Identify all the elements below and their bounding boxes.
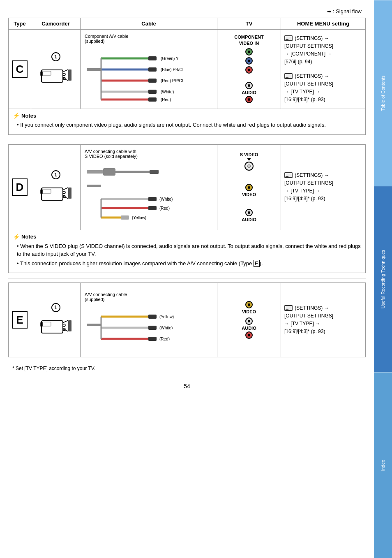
header-tv: TV [217,18,281,29]
svg-line-3 [63,69,68,72]
menu-cell-d: (SETTINGS) →[OUTPUT SETTINGS]→ [TV TYPE]… [281,145,365,230]
signal-flow-header: ➡ : Signal flow [8,8,366,14]
signal-flow-label: : Signal flow [333,8,362,14]
svg-rect-39 [148,197,157,201]
svg-rect-8 [87,68,101,71]
svg-rect-58 [148,315,157,319]
sidebar-tab-recording[interactable]: Useful Recording Techniques [374,186,392,372]
cable-diagram-c: (Green) Y (Blue) PB/CB (Red) PR/CR (Whit… [85,47,183,104]
notes-title-d: ⚡ Notes [13,234,361,240]
svg-rect-61 [148,326,157,330]
svg-text:(Red) PR/CR: (Red) PR/CR [161,79,183,83]
section-d: D 1 A/V connecting cable withS VIDEO [8,144,366,273]
menu-text-d1: (SETTINGS) →[OUTPUT SETTINGS]→ [TV TYPE]… [284,171,333,203]
type-cell-d: D [9,145,31,230]
svg-rect-48 [42,321,63,333]
header-cable: Cable [81,18,217,29]
menu-text-e1: (SETTINGS) →[OUTPUT SETTINGS]→ [TV TYPE]… [284,304,333,336]
section-c-body: C 1 Component [9,30,365,109]
cable-name-d: A/V connecting cable withS VIDEO (sold s… [85,149,138,159]
footer-note: * Set [TV TYPE] according to your TV. [8,362,366,375]
svg-rect-49 [43,322,51,326]
type-cell-c: C [9,30,31,109]
notes-list-c: If you connect only component video plug… [13,121,361,129]
svg-text:(Yellow): (Yellow) [132,215,146,220]
svg-rect-16 [148,79,157,83]
footer-note-text: * Set [TV TYPE] according to your TV. [12,366,95,371]
step-number-c: 1 [51,52,60,61]
signal-flow-arrow-icon: ➡ [327,9,331,14]
section-e: E 1 A/V connecting cable(supplied) [8,282,366,357]
tv-video-d: VIDEO [242,183,256,197]
header-camcorder: Camcorder [31,18,81,29]
svg-text:(White): (White) [161,90,174,94]
sidebar: Table of Contents Useful Recording Techn… [374,0,392,558]
sidebar-tab-toc[interactable]: Table of Contents [374,0,392,186]
camcorder-icon-d [39,182,72,204]
svg-line-28 [63,188,68,190]
type-label-e: E [12,311,28,329]
step-number-e: 1 [51,303,60,312]
step-number-d: 1 [51,170,60,179]
notes-icon-d: ⚡ [13,234,20,240]
svg-rect-26 [43,189,51,193]
settings-icon-c2 [284,73,293,79]
page-number: 54 [8,379,366,394]
svg-text:(Blue) PB/CB: (Blue) PB/CB [161,67,183,72]
camcorder-cell-e: 1 [31,283,81,357]
type-label-d: D [12,178,28,196]
notes-list-d: When the S VIDEO plug (S VIDEO channel) … [13,242,361,268]
tv-video-e: VIDEO [242,300,256,314]
svg-rect-56 [87,324,101,326]
menu-text-c2: (SETTINGS) →[OUTPUT SETTINGS]→ [TV TYPE]… [284,72,333,104]
tv-cell-e: VIDEO AUDIO [217,283,281,357]
svg-rect-53 [68,320,71,331]
tv-label-audio-c: AUDIO [242,81,256,104]
cable-cell-d: A/V connecting cable withS VIDEO (sold s… [81,145,217,230]
tv-cell-d: S VIDEO VIDEO [217,145,281,230]
tv-cell-c: COMPONENTVIDEO IN [217,30,281,109]
svg-rect-45 [121,215,129,220]
svg-rect-42 [148,206,157,210]
section-c: C 1 Component [8,29,366,135]
notes-title-c: ⚡ Notes [13,112,361,119]
type-cell-e: E [9,283,31,357]
camcorder-icon-e [39,315,72,337]
tv-audio-d: AUDIO [242,208,256,222]
cable-name-c: Component A/V cable(supplied) [85,34,128,44]
svg-rect-25 [42,188,63,200]
menu-cell-e: (SETTINGS) →[OUTPUT SETTINGS]→ [TV TYPE]… [281,283,365,357]
svg-text:(Red): (Red) [161,97,171,102]
tv-audio-e: AUDIO [242,317,256,340]
sidebar-tab-index[interactable]: Index [374,372,392,558]
table-header: Type Camcorder Cable TV HOME MENU settin… [8,18,366,29]
note-c-1: If you connect only component video plug… [17,121,361,129]
svg-rect-5 [68,69,71,81]
header-type: Type [9,18,31,29]
menu-cell-c: (SETTINGS) →[OUTPUT SETTINGS]→ [COMPONEN… [281,30,365,109]
notes-c: ⚡ Notes If you connect only component vi… [9,109,365,134]
camcorder-cell-c: 1 [31,30,81,109]
divider-de [8,278,366,278]
cable-diagram-d: (White) (Red) (Yellow) [85,162,183,226]
cable-cell-e: A/V connecting cable(supplied) (Yellow) … [81,283,217,357]
notes-icon-c: ⚡ [13,112,20,119]
note-d-1: When the S VIDEO plug (S VIDEO channel) … [17,242,361,258]
section-e-body: E 1 A/V connecting cable(supplied) [9,283,365,357]
svg-rect-1 [43,71,51,75]
svg-text:(Green) Y: (Green) Y [161,56,179,61]
svg-rect-34 [103,168,115,176]
svg-rect-33 [87,170,103,174]
settings-icon-e1 [284,305,293,311]
svg-rect-22 [148,97,157,102]
svg-rect-13 [148,67,157,72]
cable-cell-c: Component A/V cable(supplied) (Green) Y … [81,30,217,109]
svg-rect-0 [42,70,63,82]
camcorder-icon-c [39,64,72,86]
svg-text:(Red): (Red) [159,337,170,341]
svg-rect-36 [150,170,159,174]
header-menu: HOME MENU setting [281,18,365,29]
svg-line-51 [63,320,68,323]
cable-diagram-e: (Yellow) (White) (Red) [85,305,183,348]
svg-rect-37 [87,185,101,187]
